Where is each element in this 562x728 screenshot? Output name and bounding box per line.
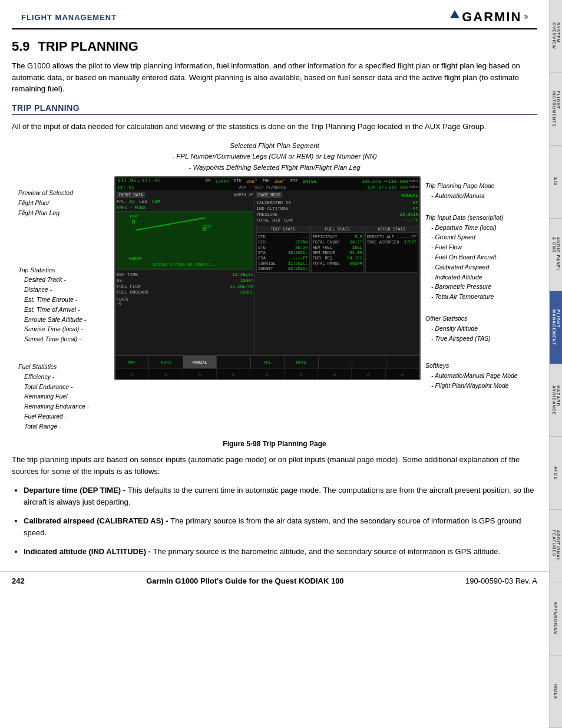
sidebar-tab-additional-features[interactable]: ADDITIONALFEATURES bbox=[550, 510, 562, 583]
com1-active-2: 117.95 bbox=[117, 185, 134, 190]
right-ann-ind-alt: - Indicated Altitude bbox=[425, 274, 482, 281]
right-ann-gs: - Ground Speed bbox=[425, 233, 475, 241]
section-number: 5.9 bbox=[12, 39, 30, 54]
nav-arrow-2[interactable]: △ bbox=[149, 369, 183, 379]
page-mode-label: PAGE MODE bbox=[256, 192, 282, 198]
fuel-stats-header: FUEL STATS bbox=[312, 226, 363, 233]
fuel-onboard-val: 100GL bbox=[240, 290, 254, 295]
left-ann-preview-label: Preview of SelectedFlight Plan/Flight Pl… bbox=[18, 189, 73, 216]
right-ann-sk-fpl: - Flight Plan/Waypoint Mode bbox=[425, 382, 509, 389]
trip-dis-row: DIS 557NM bbox=[258, 239, 308, 245]
left-annotations-column: Preview of SelectedFlight Plan/Flight Pl… bbox=[18, 176, 110, 434]
softkey-auto[interactable]: AUTO bbox=[149, 356, 183, 368]
bullet-ind-alt-text: The primary source is the barometric alt… bbox=[153, 547, 501, 556]
rem-endur-val: 01:03 bbox=[350, 251, 362, 255]
left-ann-distance: Distance - bbox=[18, 286, 52, 293]
right-ann-cal-as: - Calibrated Airspeed bbox=[425, 263, 489, 271]
pressure-val: 29.92IN bbox=[399, 212, 418, 217]
com2-group: 136.975 ⇌ 118.000 COM2 bbox=[362, 179, 418, 184]
subsection-intro: All of the input of data needed for calc… bbox=[12, 121, 537, 133]
north-up-label: NORTH UP bbox=[234, 193, 254, 197]
nav-arrow-7[interactable]: △ bbox=[318, 369, 352, 379]
fuel-efficiency-row: EFFICIENCY 5.5 bbox=[313, 234, 362, 239]
com2-standby: 118.000 bbox=[388, 179, 408, 184]
nav-arrow-8[interactable]: △ bbox=[352, 369, 385, 379]
nav-arrow-9[interactable]: △ bbox=[386, 369, 419, 379]
right-input-data: CALIBRATED AS ----KT IND ALTITUDE ----FT… bbox=[256, 200, 418, 223]
nav-arrow-6[interactable]: △ bbox=[285, 369, 318, 379]
sidebar-tab-eis[interactable]: EIS bbox=[550, 146, 562, 219]
garmin-logo: GARMIN ® bbox=[450, 9, 528, 25]
screen-main-area: INPUT DATA NORTH UP FPL 02 LEG CUM bbox=[115, 190, 419, 355]
softkey-empty2 bbox=[319, 356, 352, 368]
main-content: FLIGHT MANAGEMENT GARMIN ® 5.9 TRIP PLAN… bbox=[0, 0, 549, 571]
bullet-list: Departure time (DEP TIME) - This default… bbox=[24, 485, 537, 558]
softkey-fpl[interactable]: FPL bbox=[251, 356, 285, 368]
total-endur-val: 06:37 bbox=[350, 240, 362, 245]
nav-arrow-5[interactable]: △ bbox=[250, 369, 284, 379]
flaps-col: FLAPS—0 bbox=[117, 298, 128, 306]
fuel-onboard-row: FUEL ONBOARD 100GL bbox=[117, 289, 253, 295]
total-range-label: TOTAL RANGE bbox=[313, 261, 340, 266]
sidebar-tab-system-overview[interactable]: SYSTEMOVERVIEW bbox=[550, 0, 562, 73]
trip-stats-data: DTK --- DIS 557NM ETE bbox=[257, 233, 309, 272]
total-endur-row: TOTAL ENDUR 06:37 bbox=[313, 239, 362, 245]
figure-container: Selected Flight Plan Segment - FPL Numbe… bbox=[18, 140, 531, 448]
trip-stats-box: TRIP STATS DTK --- DIS 557NM bbox=[256, 226, 309, 273]
trip-esa-val: ----FT bbox=[293, 256, 308, 261]
sidebar-tab-flight-management[interactable]: FLIGHTMANAGEMENT bbox=[550, 291, 562, 364]
softkey-manual[interactable]: MANUAL bbox=[183, 356, 217, 368]
gs-input-val: 100KT bbox=[240, 278, 254, 283]
g1000-screen-column: 117.95 ⇌ 117.95 GS 176KT DTK 258° TRK 25… bbox=[114, 176, 421, 380]
com2-second-row: 136.975 118.000 COM2 bbox=[367, 185, 418, 190]
sidebar-tab-hazard-avoidance[interactable]: HAZARDAVOIDANCE bbox=[550, 364, 562, 437]
sidebar-tab-index[interactable]: INDEX bbox=[550, 655, 562, 729]
nav-arrow-4[interactable]: △ bbox=[217, 369, 250, 379]
screen-left-panel: INPUT DATA NORTH UP FPL 02 LEG CUM bbox=[115, 190, 255, 355]
fuel-req-row: FUEL REQ 84.1GL bbox=[313, 255, 362, 261]
softkey-wpts[interactable]: WPTS bbox=[285, 356, 318, 368]
nav-arrow-3[interactable]: △ bbox=[183, 369, 217, 379]
flaps-indicator: FLAPS—0 bbox=[117, 298, 253, 306]
garmin-wordmark: GARMIN bbox=[462, 9, 521, 25]
trip-dis-label: DIS bbox=[258, 240, 266, 245]
left-ann-ete: Est. Time Enroute - bbox=[18, 296, 77, 303]
gs-input-row: GS 100KT bbox=[117, 278, 253, 284]
total-endur-label: TOTAL ENDUR bbox=[313, 240, 340, 245]
left-ann-fuel-req: Fuel Required - bbox=[18, 413, 67, 420]
sidebar-tab-flight-instruments[interactable]: FLIGHTINSTRUMENTS bbox=[550, 73, 562, 146]
sidebar-tab-afcs[interactable]: AFCS bbox=[550, 437, 562, 510]
trip-dtk-label: DTK bbox=[258, 235, 266, 239]
left-ann-esa: Enroute Safe Altitude - bbox=[18, 316, 86, 323]
g1000-screen: 117.95 ⇌ 117.95 GS 176KT DTK 258° TRK 25… bbox=[114, 176, 421, 380]
ind-alt-row: IND ALTITUDE ----FT bbox=[256, 206, 418, 212]
trip-sunrise-label: SUNRISE bbox=[258, 261, 275, 266]
trip-dtk-row: DTK --- bbox=[258, 234, 308, 239]
trip-dtk-val: --- bbox=[300, 235, 308, 239]
input-data-rows: DEP TIME 12:45LCL GS 100KT FUEL FLOW 15.… bbox=[117, 272, 253, 295]
right-ann-softkeys: Softkeys - Automatic/Manual Page Mode - … bbox=[425, 361, 543, 390]
footer-doc: 190-00590-03 Rev. A bbox=[465, 577, 537, 585]
left-ann-fuel-stats: Fuel Statistics Efficiency - Total Endur… bbox=[18, 362, 110, 431]
wp-arrow: → bbox=[130, 205, 133, 210]
dep-time-row: DEP TIME 12:45LCL bbox=[117, 272, 253, 278]
bullet-ind-alt-intro: Indicated altitude (IND ALTITUDE) - bbox=[24, 547, 153, 556]
left-ann-total-range: Total Range - bbox=[18, 423, 61, 430]
softkey-map[interactable]: MAP bbox=[115, 356, 149, 368]
nav-arrow-1[interactable]: △ bbox=[115, 369, 149, 379]
page-mode-row: PAGE MODE MANUAL bbox=[256, 192, 418, 198]
fpl-val: 02 bbox=[130, 199, 135, 204]
bullet-cal-as-intro: Calibrated airspeed (CALIBRATED AS) - bbox=[24, 516, 170, 525]
right-ann-trip-mode-label: Trip Planning Page Mode bbox=[425, 182, 495, 189]
sidebar-tab-audio-panel[interactable]: AUDIO PANEL& CNS bbox=[550, 219, 562, 292]
body-para1: The trip planning inputs are based on se… bbox=[12, 454, 537, 477]
trip-esa-row: ESA ----FT bbox=[258, 255, 308, 261]
ind-alt-val: ----FT bbox=[402, 206, 418, 211]
trip-sunset-row: SUNSET 02:29LCL bbox=[258, 266, 308, 271]
right-ann-fuel-onboard: - Fuel On Board Aircraft bbox=[425, 253, 496, 261]
sidebar-tab-appendices[interactable]: APPENDICES bbox=[550, 582, 562, 655]
total-air-temp-val: ----°F bbox=[402, 218, 418, 223]
pressure-row: PRESSURE 29.92IN bbox=[256, 212, 418, 218]
trip-eta-row: ETA 18:20LCL bbox=[258, 250, 308, 255]
fuel-efficiency-label: EFFICIENCY bbox=[313, 235, 338, 239]
